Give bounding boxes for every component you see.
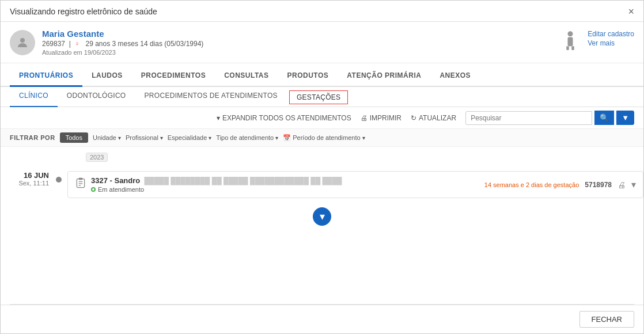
close-footer-button[interactable]: FECHAR [579, 311, 634, 328]
filter-all-chip[interactable]: Todos [60, 132, 88, 143]
chevron-icon: ▾ [160, 135, 163, 141]
patient-left: Maria Gestante 269837 | ♀ 29 anos 3 mese… [10, 29, 203, 56]
clipboard-icon [75, 177, 86, 192]
filter-bar: FILTRAR POR Todos Unidade ▾ Profissional… [1, 129, 643, 147]
gestation-badge: 14 semanas e 2 dias de gestação [484, 181, 579, 188]
appt-id: 5718978 [585, 181, 612, 189]
search-area: 🔍 ▼ [465, 111, 634, 125]
scroll-down-button[interactable]: ▾ [313, 207, 331, 226]
chevron-down-icon: ▾ [217, 114, 220, 122]
print-appt-icon[interactable]: 🖨 [618, 180, 626, 189]
date-weekday: Sex, 11:11 [10, 180, 49, 187]
avatar [10, 30, 35, 55]
appt-status: Em atendimento [91, 186, 480, 193]
printer-icon: 🖨 [361, 114, 368, 122]
patient-info: Maria Gestante 269837 | ♀ 29 anos 3 mese… [42, 29, 203, 56]
subtab-odontologico[interactable]: ODONTOLÓGICO [58, 87, 135, 107]
main-tabs: PRONTUÁRIOS LAUDOS PROCEDIMENTOS CONSULT… [1, 66, 643, 87]
filter-periodo[interactable]: 📅 Período de atendimento ▾ [283, 134, 365, 142]
modal-title: Visualizando registro eletrônico de saúd… [10, 7, 157, 16]
calendar-icon: 📅 [283, 134, 291, 142]
chevron-icon: ▾ [362, 135, 365, 141]
filter-by-label: FILTRAR POR [10, 134, 55, 141]
status-label: Em atendimento [98, 186, 144, 193]
search-button[interactable]: 🔍 [594, 111, 614, 125]
tab-produtos[interactable]: PRODUTOS [278, 66, 338, 87]
filter-profissional[interactable]: Profissional ▾ [126, 134, 163, 141]
patient-right: Editar cadastro Ver mais [562, 30, 634, 55]
sub-tabs: CLÍNICO ODONTOLÓGICO PROCEDIMENTOS DE AT… [1, 87, 643, 107]
date-day: 16 JUN [10, 171, 49, 180]
timeline-row: 16 JUN Sex, 11:11 [10, 171, 643, 198]
filter-tipo-label: Tipo de atendimento [216, 134, 274, 141]
search-input[interactable] [465, 111, 592, 125]
appointment-card: 3327 - Sandro █████ ████████ ██ █████ ██… [67, 171, 643, 198]
filter-especialidade-label: Especialidade [168, 134, 207, 141]
expand-appt-icon[interactable]: ▾ [631, 179, 636, 190]
patient-details: 269837 | ♀ 29 anos 3 meses 14 dias (05/0… [42, 40, 203, 48]
tab-anexos[interactable]: ANEXOS [430, 66, 480, 87]
subtab-procedimentos-atendimentos[interactable]: PROCEDIMENTOS DE ATENDIMENTOS [135, 87, 287, 107]
refresh-icon: ↻ [411, 114, 416, 122]
status-dot-icon [91, 187, 96, 192]
filter-especialidade[interactable]: Especialidade ▾ [168, 134, 212, 141]
patient-id: 269837 [42, 40, 65, 48]
chevron-icon: ▾ [275, 135, 278, 141]
update-label: ATUALIZAR [419, 114, 456, 122]
timeline: 2023 16 JUN Sex, 11:11 [1, 151, 643, 203]
filter-periodo-label: Período de atendimento [293, 134, 360, 141]
chevron-down-icon: ▾ [320, 210, 325, 223]
filter-unidade-label: Unidade [93, 134, 116, 141]
modal-titlebar: Visualizando registro eletrônico de saúd… [1, 1, 643, 22]
patient-age: 29 anos 3 meses 14 dias (05/03/1994) [86, 40, 204, 48]
appt-info: 3327 - Sandro █████ ████████ ██ █████ ██… [91, 176, 480, 193]
patient-name: Maria Gestante [42, 29, 203, 39]
tab-laudos[interactable]: LAUDOS [82, 66, 132, 87]
svg-rect-2 [568, 37, 573, 46]
patient-header: Maria Gestante 269837 | ♀ 29 anos 3 mese… [1, 22, 643, 63]
expand-label: EXPANDIR TODOS OS ATENDIMENTOS [222, 114, 351, 122]
content-area: 2023 16 JUN Sex, 11:11 [1, 147, 643, 304]
tab-consultas[interactable]: CONSULTAS [215, 66, 278, 87]
svg-point-0 [20, 38, 25, 43]
modal-footer: FECHAR [1, 305, 643, 333]
ver-mais-link[interactable]: Ver mais [588, 39, 634, 47]
chevron-icon: ▾ [209, 135, 211, 141]
filter-tipo-atendimento[interactable]: Tipo de atendimento ▾ [216, 134, 278, 141]
appt-title-blurred: █████ ████████ ██ █████ ████████████ ██ … [145, 177, 342, 185]
print-button[interactable]: 🖨 IMPRIMIR [361, 114, 401, 122]
edit-cadastro-link[interactable]: Editar cadastro [588, 30, 634, 38]
filter-profissional-label: Profissional [126, 134, 158, 141]
modal: Visualizando registro eletrônico de saúd… [0, 0, 644, 334]
appt-right: 14 semanas e 2 dias de gestação 5718978 … [484, 179, 636, 190]
update-button[interactable]: ↻ ATUALIZAR [411, 114, 456, 122]
svg-rect-3 [567, 46, 570, 50]
filter-unidade[interactable]: Unidade ▾ [93, 134, 121, 141]
timeline-dot [56, 177, 62, 183]
tab-procedimentos[interactable]: PROCEDIMENTOS [132, 66, 215, 87]
patient-figure-icon [562, 30, 578, 55]
patient-actions: Editar cadastro Ver mais [588, 30, 634, 47]
svg-point-1 [568, 31, 573, 36]
scroll-down-area: ▾ [1, 203, 643, 230]
tab-atencao-primaria[interactable]: ATENÇÃO PRIMÁRIA [338, 66, 430, 87]
svg-rect-6 [79, 178, 83, 180]
appt-title: 3327 - Sandro █████ ████████ ██ █████ ██… [91, 176, 480, 185]
gender-icon: ♀ [75, 40, 80, 48]
patient-updated: Atualizado em 19/06/2023 [42, 49, 203, 56]
svg-rect-4 [572, 46, 575, 50]
subtab-gestacoes[interactable]: GESTAÇÕES [289, 90, 348, 104]
tab-prontuarios[interactable]: PRONTUÁRIOS [10, 66, 82, 87]
chevron-icon: ▾ [118, 135, 121, 141]
close-icon[interactable]: × [628, 6, 634, 17]
toolbar: ▾ EXPANDIR TODOS OS ATENDIMENTOS 🖨 IMPRI… [1, 107, 643, 129]
filter-button[interactable]: ▼ [616, 111, 634, 125]
print-label: IMPRIMIR [370, 114, 401, 122]
appt-title-name: 3327 - Sandro [91, 176, 140, 185]
svg-rect-5 [77, 179, 84, 188]
expand-all-button[interactable]: ▾ EXPANDIR TODOS OS ATENDIMENTOS [217, 114, 351, 122]
subtab-clinico[interactable]: CLÍNICO [10, 87, 58, 107]
date-column: 16 JUN Sex, 11:11 [10, 171, 56, 187]
year-label: 2023 [86, 153, 108, 162]
